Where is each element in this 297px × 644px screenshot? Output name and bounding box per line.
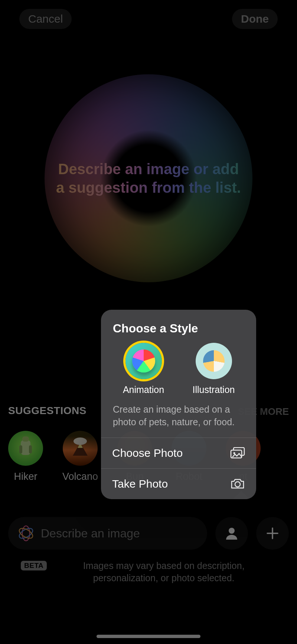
style-option-illustration[interactable]: Illustration: [179, 343, 249, 395]
style-label: Illustration: [193, 384, 235, 395]
choose-photo-row[interactable]: Choose Photo: [101, 438, 256, 468]
beach-ball-flat-icon: [203, 350, 225, 372]
style-popup: Choose a Style Animation Illustration Cr…: [101, 310, 256, 499]
beach-ball-icon: [132, 349, 155, 373]
animation-style-icon: [125, 343, 162, 379]
illustration-style-icon: [196, 343, 232, 379]
popup-title: Choose a Style: [101, 310, 256, 343]
camera-icon: [230, 478, 245, 490]
style-option-animation[interactable]: Animation: [108, 343, 179, 395]
take-photo-row[interactable]: Take Photo: [101, 468, 256, 499]
style-label: Animation: [123, 384, 164, 395]
choose-photo-label: Choose Photo: [112, 447, 183, 459]
style-options-row: Animation Illustration: [101, 343, 256, 402]
popup-subtitle: Create an image based on a photo of pets…: [101, 402, 256, 438]
photo-library-icon: [230, 447, 245, 459]
svg-point-15: [234, 452, 235, 454]
svg-point-16: [235, 482, 240, 487]
take-photo-label: Take Photo: [112, 478, 168, 490]
